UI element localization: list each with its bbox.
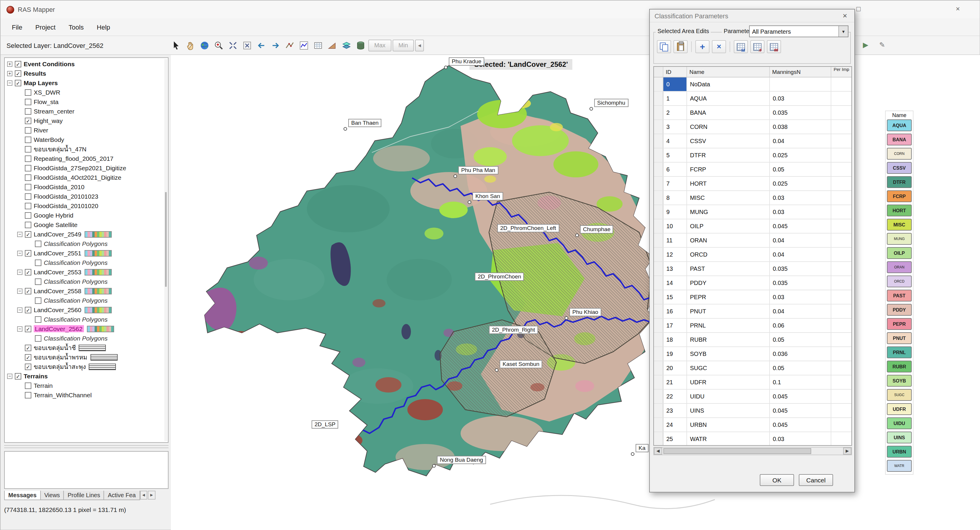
tree-item-classification-polygons[interactable]: Classification Polygons bbox=[5, 296, 168, 305]
zoom-out-icon[interactable] bbox=[226, 39, 239, 52]
layer-checkbox[interactable] bbox=[25, 89, 31, 95]
cell-id[interactable]: 9 bbox=[663, 205, 687, 219]
cell-name[interactable]: BANA bbox=[687, 106, 770, 119]
tree-item-landcover-2551[interactable]: −✓LandCover_2551 bbox=[5, 248, 168, 258]
table-row[interactable]: 22UIDU0.045 bbox=[654, 390, 851, 404]
tabs-scroll-right-icon[interactable]: ▸ bbox=[148, 491, 155, 500]
max-button[interactable]: Max bbox=[368, 39, 391, 51]
tree-item-floodgistda-2010[interactable]: FloodGistda_2010 bbox=[5, 182, 168, 191]
tabs-scroll-left-icon[interactable]: ◂ bbox=[140, 491, 147, 500]
tree-item-terrains[interactable]: −✓Terrains bbox=[5, 371, 168, 381]
table-row[interactable]: 1AQUA0.03 bbox=[654, 92, 851, 106]
layer-checkbox[interactable] bbox=[25, 127, 31, 133]
cell-name[interactable]: PAST bbox=[687, 262, 770, 275]
table-row[interactable]: 7HORT0.025 bbox=[654, 177, 851, 191]
cell-per-imp[interactable] bbox=[831, 432, 852, 446]
row-header-cell[interactable] bbox=[654, 219, 663, 233]
layer-checkbox[interactable]: ✓ bbox=[25, 288, 31, 294]
layer-checkbox[interactable] bbox=[25, 212, 31, 218]
table-row[interactable]: 12ORCD0.04 bbox=[654, 248, 851, 262]
cell-name[interactable]: FCRP bbox=[687, 162, 770, 176]
cell-id[interactable]: 14 bbox=[663, 276, 687, 290]
table-row[interactable]: 18RUBR0.05 bbox=[654, 333, 851, 347]
cell-per-imp[interactable] bbox=[831, 219, 852, 233]
tree-item-google-satellite[interactable]: Google Satellite bbox=[5, 220, 168, 229]
scrollbar-track[interactable] bbox=[662, 447, 843, 455]
decrease-precision-icon[interactable] bbox=[767, 40, 781, 53]
scroll-right-icon[interactable]: ▶ bbox=[843, 447, 851, 455]
tree-item-item[interactable]: ✓ขอบเขตลุ่มน้ำสะพุง bbox=[5, 362, 168, 371]
cell-per-imp[interactable] bbox=[831, 333, 852, 347]
layer-checkbox[interactable] bbox=[25, 221, 31, 228]
layer-checkbox[interactable]: ✓ bbox=[25, 250, 31, 256]
table-row[interactable]: 23UINS0.045 bbox=[654, 404, 851, 418]
collapse-icon[interactable]: − bbox=[7, 373, 13, 379]
edit-pencil-icon[interactable]: ✎ bbox=[876, 38, 889, 51]
measure-icon[interactable] bbox=[283, 39, 296, 52]
layer-checkbox[interactable] bbox=[35, 297, 41, 304]
tree-scrollbar-thumb[interactable] bbox=[165, 192, 167, 287]
cell-name[interactable]: PEPR bbox=[687, 290, 770, 304]
row-header-cell[interactable] bbox=[654, 191, 663, 205]
cell-per-imp[interactable] bbox=[831, 418, 852, 431]
cell-name[interactable]: PDDY bbox=[687, 276, 770, 290]
tree-item-map-layers[interactable]: −✓Map Layers bbox=[5, 78, 168, 88]
table-row[interactable]: 3CORN0.038 bbox=[654, 120, 851, 134]
zoom-extents-globe-icon[interactable] bbox=[198, 39, 211, 52]
row-header-cell[interactable] bbox=[654, 390, 663, 403]
cell-per-imp[interactable] bbox=[831, 248, 852, 261]
menu-item-tools[interactable]: Tools bbox=[62, 22, 90, 32]
tab-profile-lines[interactable]: Profile Lines bbox=[64, 491, 104, 500]
cell-per-imp[interactable] bbox=[831, 390, 852, 403]
cell-id[interactable]: 0 bbox=[663, 78, 687, 91]
tree-item-flow-sta[interactable]: Flow_sta bbox=[5, 97, 168, 107]
cell-manningsn[interactable]: 0.035 bbox=[770, 106, 831, 119]
layer-checkbox[interactable]: ✓ bbox=[25, 269, 31, 275]
cell-per-imp[interactable] bbox=[831, 162, 852, 176]
map-area[interactable]: Selected: 'LandCover_2562' Phu KradueSic… bbox=[171, 55, 980, 530]
layer-checkbox[interactable] bbox=[35, 278, 41, 285]
layer-checkbox[interactable] bbox=[25, 99, 31, 105]
layer-checkbox[interactable] bbox=[35, 240, 41, 247]
layer-checkbox[interactable]: ✓ bbox=[15, 373, 21, 379]
tree-item-item[interactable]: ✓ขอบเขตลุ่มน้ำพรหม bbox=[5, 352, 168, 362]
table-row[interactable]: 2BANA0.035 bbox=[654, 106, 851, 120]
dropdown-arrow-icon[interactable]: ▼ bbox=[838, 26, 848, 37]
cell-manningsn[interactable]: 0.045 bbox=[770, 219, 831, 233]
cell-id[interactable]: 17 bbox=[663, 319, 687, 332]
cell-id[interactable]: 5 bbox=[663, 148, 687, 162]
column-header-name[interactable]: Name bbox=[687, 67, 770, 77]
table-row[interactable]: 16PNUT0.04 bbox=[654, 304, 851, 319]
cell-id[interactable]: 2 bbox=[663, 106, 687, 119]
layers-icon[interactable] bbox=[340, 39, 353, 52]
row-header-cell[interactable] bbox=[654, 290, 663, 304]
cell-id[interactable]: 11 bbox=[663, 234, 687, 247]
table-view-icon[interactable] bbox=[312, 39, 325, 52]
table-row[interactable]: 17PRNL0.06 bbox=[654, 319, 851, 333]
cell-manningsn[interactable]: 0.05 bbox=[770, 333, 831, 347]
collapse-panel-button[interactable]: ◂ bbox=[415, 39, 424, 51]
cell-per-imp[interactable] bbox=[831, 78, 852, 91]
cell-per-imp[interactable] bbox=[831, 290, 852, 304]
layer-checkbox[interactable] bbox=[25, 155, 31, 162]
cell-name[interactable]: UINS bbox=[687, 404, 770, 417]
cell-manningsn[interactable]: 0.05 bbox=[770, 162, 831, 176]
cell-manningsn[interactable]: 0.035 bbox=[770, 262, 831, 275]
row-header-cell[interactable] bbox=[654, 361, 663, 375]
collapse-icon[interactable]: − bbox=[17, 307, 22, 312]
cell-name[interactable]: CORN bbox=[687, 120, 770, 134]
row-header-cell[interactable] bbox=[654, 177, 663, 190]
table-row[interactable]: 10OILP0.045 bbox=[654, 219, 851, 234]
cell-manningsn[interactable]: 0.025 bbox=[770, 177, 831, 190]
row-header-cell[interactable] bbox=[654, 347, 663, 361]
cell-id[interactable]: 19 bbox=[663, 347, 687, 361]
tree-item-repeating-flood-2005-2017[interactable]: Repeating_flood_2005_2017 bbox=[5, 154, 168, 163]
zoom-in-icon[interactable] bbox=[212, 39, 225, 52]
layer-checkbox[interactable]: ✓ bbox=[15, 80, 21, 86]
row-header-cell[interactable] bbox=[654, 205, 663, 219]
tree-item-xs-dwr[interactable]: XS_DWR bbox=[5, 88, 168, 97]
tree-item-classification-polygons[interactable]: Classification Polygons bbox=[5, 239, 168, 248]
cell-name[interactable]: ORAN bbox=[687, 234, 770, 247]
fill-values-icon[interactable] bbox=[734, 40, 748, 53]
row-header-cell[interactable] bbox=[654, 234, 663, 247]
